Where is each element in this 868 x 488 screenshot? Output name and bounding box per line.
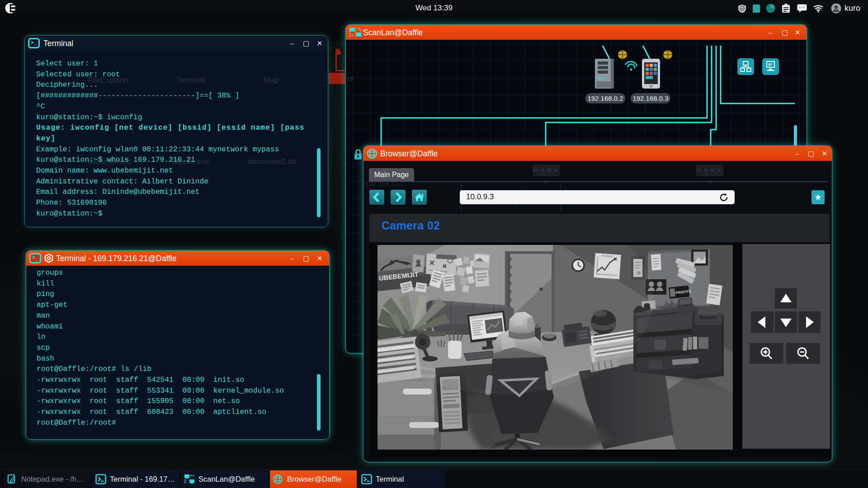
svg-text:IP: IP — [768, 62, 772, 67]
